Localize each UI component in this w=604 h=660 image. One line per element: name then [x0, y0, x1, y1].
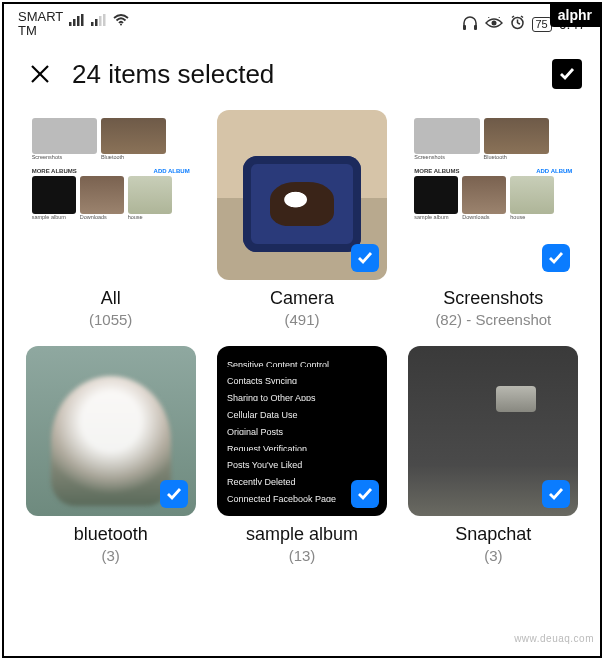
album-thumbnail [408, 346, 578, 516]
svg-rect-9 [463, 25, 466, 30]
album-count: (3) [484, 547, 502, 564]
album-count: (1055) [89, 311, 132, 328]
selection-header: 24 items selected [4, 41, 600, 110]
album-name: sample album [246, 524, 358, 545]
svg-rect-0 [69, 22, 72, 26]
album-count: (82) - Screenshot [435, 311, 551, 328]
svg-line-19 [521, 16, 523, 18]
album-count: (3) [101, 547, 119, 564]
album-snapchat[interactable]: Snapchat (3) [405, 346, 582, 564]
album-bluetooth[interactable]: bluetooth (3) [22, 346, 199, 564]
status-bar: SMART TM 75 [4, 4, 600, 41]
svg-rect-2 [77, 16, 80, 26]
signal-icon [91, 14, 107, 29]
alarm-icon [510, 15, 525, 33]
check-icon [160, 480, 188, 508]
check-icon [542, 244, 570, 272]
album-count: (491) [284, 311, 319, 328]
svg-rect-3 [81, 14, 84, 26]
album-name: bluetooth [74, 524, 148, 545]
album-thumbnail: Sensitive Content Control Contacts Synci… [217, 346, 387, 516]
svg-line-14 [499, 17, 500, 18]
album-name: Screenshots [443, 288, 543, 309]
signal-icon [69, 14, 85, 29]
album-thumbnail: Screenshots Bluetooth MORE ALBUMSADD ALB… [26, 110, 196, 280]
album-count: (13) [289, 547, 316, 564]
album-all[interactable]: Screenshots Bluetooth MORE ALBUMSADD ALB… [22, 110, 199, 328]
headphones-icon [462, 16, 478, 33]
album-camera[interactable]: Camera (491) [213, 110, 390, 328]
wifi-icon [113, 14, 129, 29]
album-grid: Screenshots Bluetooth MORE ALBUMSADD ALB… [4, 110, 600, 564]
check-icon [542, 480, 570, 508]
album-name: All [101, 288, 121, 309]
svg-line-12 [488, 17, 489, 18]
svg-rect-10 [474, 25, 477, 30]
svg-line-17 [517, 23, 520, 24]
svg-point-11 [491, 20, 496, 25]
album-screenshots[interactable]: Screenshots Bluetooth MORE ALBUMSADD ALB… [405, 110, 582, 328]
battery-icon: 75 [532, 17, 552, 32]
album-sample[interactable]: Sensitive Content Control Contacts Synci… [213, 346, 390, 564]
svg-rect-4 [91, 22, 94, 26]
album-name: Camera [270, 288, 334, 309]
svg-rect-5 [95, 19, 98, 26]
close-button[interactable] [26, 60, 54, 88]
brand-badge: alphr [550, 4, 600, 27]
svg-point-8 [120, 24, 122, 26]
svg-rect-6 [99, 16, 102, 26]
carrier-label: SMART TM [18, 10, 63, 39]
eye-icon [485, 17, 503, 32]
page-title: 24 items selected [72, 59, 552, 90]
check-icon [351, 480, 379, 508]
watermark: www.deuaq.com [514, 633, 594, 644]
album-thumbnail [217, 110, 387, 280]
album-name: Snapchat [455, 524, 531, 545]
svg-line-18 [512, 16, 514, 18]
album-thumbnail [26, 346, 196, 516]
select-all-button[interactable] [552, 59, 582, 89]
svg-rect-1 [73, 19, 76, 26]
album-thumbnail: Screenshots Bluetooth MORE ALBUMSADD ALB… [408, 110, 578, 280]
check-icon [351, 244, 379, 272]
svg-rect-7 [103, 14, 106, 26]
